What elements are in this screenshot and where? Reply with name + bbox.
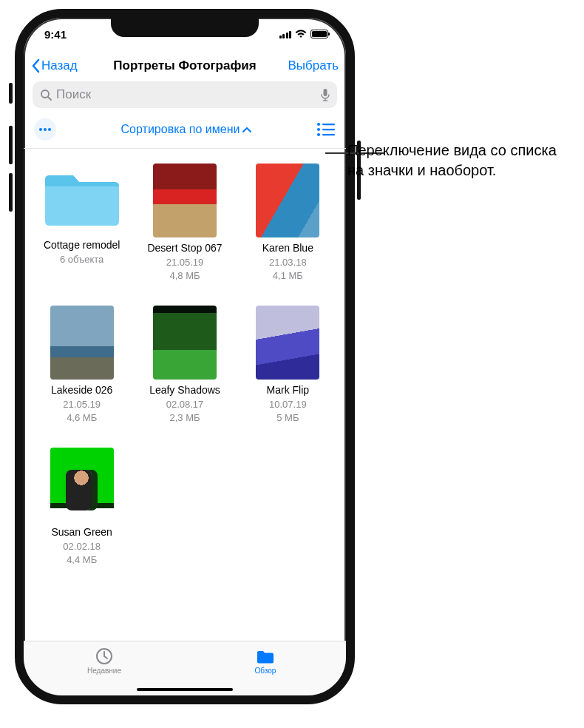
back-label: Назад: [41, 58, 78, 73]
item-size: 4,8 МБ: [135, 270, 234, 282]
callout-text: Переключение вида со списка на значки и …: [347, 141, 569, 181]
thumbnail: [50, 448, 114, 522]
grid-item-file[interactable]: Lakeside 026 21.05.19 4,6 МБ: [33, 306, 131, 424]
folder-icon: [41, 164, 123, 230]
sort-button[interactable]: Сортировка по имени: [62, 123, 310, 136]
cellular-signal-icon: [279, 30, 292, 38]
thumbnail: [256, 164, 319, 237]
item-name: Cottage remodel: [33, 239, 131, 252]
grid-item-folder[interactable]: Cottage remodel 6 объекта: [33, 164, 131, 282]
home-indicator[interactable]: [137, 688, 233, 692]
item-size: 4,1 МБ: [239, 270, 337, 282]
search-field[interactable]: Поиск: [33, 81, 337, 108]
item-date: 02.08.17: [135, 399, 234, 411]
item-size: 2,3 МБ: [135, 412, 234, 424]
thumbnail: [50, 306, 114, 380]
item-meta: 6 объекта: [33, 254, 131, 266]
chevron-left-icon: [31, 58, 40, 73]
item-name: Desert Stop 067: [135, 242, 234, 255]
item-date: 21.03.18: [239, 257, 337, 269]
svg-point-8: [317, 128, 320, 131]
item-name: Leafy Shadows: [135, 384, 234, 397]
svg-point-10: [317, 133, 320, 136]
item-name: Susan Green: [33, 526, 131, 539]
tab-bar: Недавние Обзор: [24, 641, 346, 695]
back-button[interactable]: Назад: [31, 58, 78, 73]
item-size: 4,4 МБ: [33, 554, 131, 566]
grid-item-file[interactable]: Leafy Shadows 02.08.17 2,3 МБ: [135, 306, 234, 424]
battery-icon: [310, 30, 328, 38]
file-grid: Cottage remodel 6 объекта Desert Stop 06…: [24, 149, 346, 566]
grid-item-file[interactable]: Susan Green 02.02.18 4,4 МБ: [33, 448, 131, 566]
tab-label: Обзор: [255, 667, 276, 675]
nav-bar: Назад Портреты Фотография Выбрать: [24, 50, 346, 81]
svg-rect-9: [322, 129, 335, 130]
more-button[interactable]: [34, 118, 56, 141]
mic-icon[interactable]: [321, 88, 330, 101]
phone-frame: 9:41 Назад Портреты Фотография Выбрать П…: [15, 9, 355, 704]
item-date: 21.05.19: [33, 399, 131, 411]
search-placeholder: Поиск: [56, 87, 91, 102]
view-toggle-button[interactable]: [316, 122, 336, 137]
clock-icon: [95, 647, 114, 665]
svg-rect-11: [322, 134, 335, 135]
search-icon: [40, 89, 52, 101]
svg-rect-2: [324, 89, 327, 96]
item-name: Mark Flip: [239, 384, 337, 397]
grid-item-file[interactable]: Karen Blue 21.03.18 4,1 МБ: [239, 164, 337, 282]
grid-item-file[interactable]: Desert Stop 067 21.05.19 4,8 МБ: [135, 164, 234, 282]
more-icon: [38, 127, 52, 132]
item-size: 4,6 МБ: [33, 412, 131, 424]
thumbnail: [153, 164, 217, 237]
grid-item-file[interactable]: Mark Flip 10.07.19 5 МБ: [239, 306, 337, 424]
sort-row: Сортировка по имени: [24, 114, 346, 149]
chevron-up-icon: [242, 127, 251, 132]
svg-point-3: [39, 128, 42, 131]
item-date: 10.07.19: [239, 399, 337, 411]
folder-icon: [256, 647, 275, 665]
item-size: 5 МБ: [239, 412, 337, 424]
wifi-icon: [295, 30, 307, 38]
item-name: Karen Blue: [239, 242, 337, 255]
thumbnail: [256, 306, 319, 380]
svg-point-5: [48, 128, 51, 131]
svg-point-4: [44, 128, 47, 131]
thumbnail: [153, 306, 217, 380]
svg-rect-7: [322, 124, 335, 125]
svg-line-1: [48, 97, 51, 100]
item-date: 21.05.19: [135, 257, 234, 269]
item-name: Lakeside 026: [33, 384, 131, 397]
svg-point-6: [317, 123, 320, 126]
status-time: 9:41: [44, 28, 67, 41]
select-button[interactable]: Выбрать: [288, 58, 339, 73]
tab-label: Недавние: [87, 667, 121, 675]
list-toggle-icon: [316, 122, 336, 137]
sort-label-text: Сортировка по имени: [121, 123, 240, 136]
notch: [111, 18, 259, 37]
item-date: 02.02.18: [33, 541, 131, 553]
